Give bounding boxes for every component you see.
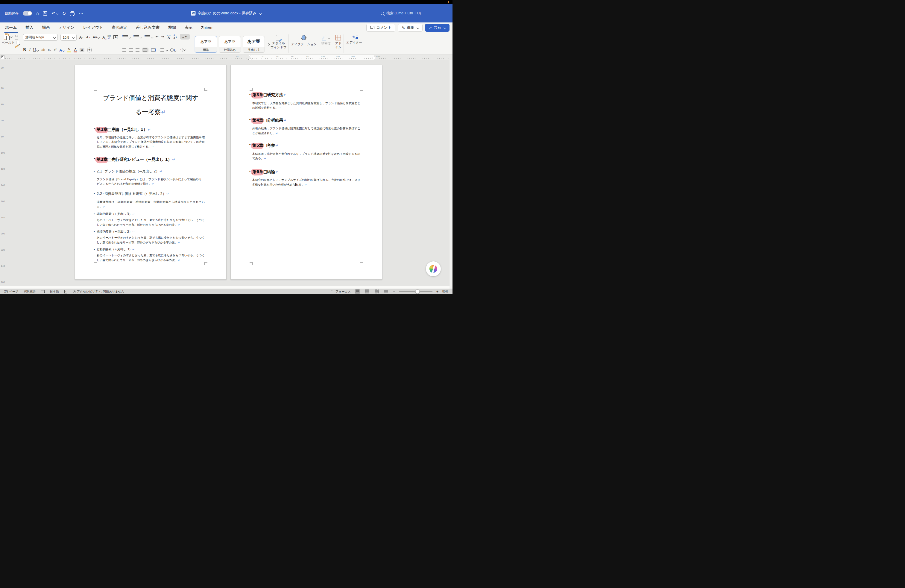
style-heading1[interactable]: あア亜 見出し 1 bbox=[243, 36, 265, 53]
tab-view[interactable]: 表示 bbox=[184, 25, 193, 30]
outline-view-button[interactable] bbox=[374, 289, 379, 294]
style-normal[interactable]: あア亜 標準 bbox=[195, 36, 217, 53]
zoom-in-button[interactable]: + bbox=[437, 289, 438, 294]
heading3-cognitive[interactable]: ▪ 認知的要素（←見出し 3）↵ bbox=[97, 212, 205, 216]
enclose-characters-button[interactable]: A bbox=[113, 35, 118, 39]
editor-button[interactable]: ✎ エディター bbox=[346, 35, 362, 44]
font-color-button[interactable]: A bbox=[74, 48, 77, 52]
tab-design[interactable]: デザイン bbox=[58, 25, 75, 30]
redo-icon[interactable]: ↻ bbox=[62, 11, 66, 16]
hanging-indent-marker[interactable] bbox=[249, 57, 251, 58]
document-title-group[interactable]: 卒論のためのWord.docx - 保存済み bbox=[191, 4, 261, 22]
document-canvas[interactable]: 20 20 40 60 80 100 120 140 160 180 200 2… bbox=[0, 60, 452, 289]
tab-review[interactable]: 校閲 bbox=[168, 25, 176, 30]
font-name-select[interactable]: 游明朝 Regu... bbox=[23, 34, 58, 41]
copilot-button[interactable] bbox=[426, 261, 441, 277]
distribute-text-button[interactable] bbox=[151, 49, 156, 51]
heading1-chapter6[interactable]: ▪ 第6章□結論↵ bbox=[252, 169, 360, 175]
first-line-indent-marker[interactable] bbox=[249, 55, 251, 57]
heading3-behavioral[interactable]: ▪ 行動的要素（←見出し 3）↵ bbox=[97, 247, 205, 251]
copy-icon[interactable] bbox=[15, 40, 18, 43]
borders-button[interactable]: + bbox=[179, 48, 186, 52]
sort-button[interactable]: AZ↓ bbox=[173, 34, 177, 39]
clear-formatting-button[interactable]: A bbox=[102, 36, 105, 39]
page-count[interactable]: 2/2 ページ bbox=[4, 289, 18, 294]
bold-button[interactable]: B bbox=[23, 48, 26, 52]
text-select-mode[interactable]: T bbox=[64, 290, 67, 293]
paragraph-cognitive[interactable]: あのイーハトーヴォのすきとおった風、夏でも底に冷たさをもつ青いそら、うつくしい森… bbox=[97, 218, 205, 227]
highlight-color-button[interactable]: ✎ bbox=[67, 48, 71, 52]
italic-button[interactable]: I bbox=[29, 48, 30, 52]
enclose-character-button[interactable]: 字 bbox=[87, 48, 92, 52]
document-main-title[interactable]: ブランド価値と消費者態度に関す る一考察↵ bbox=[97, 91, 205, 119]
heading3-affective[interactable]: ▪ 感情的要素（←見出し 3）↵ bbox=[97, 230, 205, 234]
paragraph-2-1[interactable]: ブランド価値（Brand Equity）とは，ブランド名やシンボルによって製品や… bbox=[97, 177, 205, 186]
align-left-button[interactable] bbox=[122, 49, 126, 51]
tab-zotero[interactable]: Zotero bbox=[201, 25, 213, 30]
change-case-button[interactable]: Aa bbox=[93, 36, 100, 39]
paragraph-affective[interactable]: あのイーハトーヴォのすきとおった風、夏でも底に冷たさをもつ青いそら、うつくしい森… bbox=[97, 235, 205, 245]
paragraph-behavioral[interactable]: あのイーハトーヴォのすきとおった風、夏でも底に冷たさをもつ青いそら、うつくしい森… bbox=[97, 253, 205, 262]
dictation-button[interactable]: ディクテーション bbox=[291, 35, 317, 46]
addins-button[interactable]: アドイン bbox=[335, 35, 342, 49]
heading1-chapter2[interactable]: ▪ 第2章□先行研究レビュー（←見出し 1）↵ bbox=[97, 157, 205, 162]
document-page-1[interactable]: ブランド価値と消費者態度に関す る一考察↵ ▪ 第1章□序論（←見出し 1）↵ … bbox=[75, 65, 227, 280]
focus-mode-button[interactable]: フォーカス bbox=[331, 289, 351, 294]
word-count[interactable]: 709 単語 bbox=[24, 289, 35, 294]
heading1-chapter1[interactable]: ▪ 第1章□序論（←見出し 1）↵ bbox=[97, 127, 205, 132]
align-right-button[interactable] bbox=[136, 49, 140, 51]
styles-gallery-more-icon[interactable] bbox=[267, 41, 269, 47]
font-size-select[interactable]: 10.5 bbox=[60, 34, 76, 41]
paragraph-2-2[interactable]: 消費者態度は，認知的要素，感情的要素，行動的要素から構成されるとされている。↵ bbox=[97, 200, 205, 209]
heading1-chapter3[interactable]: ▪ 第3章□研究方法↵ bbox=[252, 92, 360, 98]
paste-button[interactable]: ペースト bbox=[2, 34, 15, 44]
format-painter-icon[interactable] bbox=[15, 45, 19, 48]
search-input[interactable]: 検索 (Cmd + Ctrl + U) bbox=[381, 4, 421, 22]
horizontal-ruler[interactable]: 20 20 40 60 80 100 120 140 160 bbox=[0, 55, 452, 60]
heading2-2-2[interactable]: ▪ 2.2·消費者態度に関する研究（←見出し 2）↵ bbox=[97, 192, 205, 196]
vertical-scrollbar[interactable] bbox=[449, 60, 452, 289]
tab-references[interactable]: 参照設定 bbox=[111, 25, 127, 30]
show-formatting-marks-toggle[interactable]: →↵ bbox=[180, 34, 190, 40]
heading1-chapter4[interactable]: ▪ 第4章□分析結果↵ bbox=[252, 118, 360, 123]
increase-indent-button[interactable]: ⇥ bbox=[161, 35, 164, 39]
underline-button[interactable]: U bbox=[33, 48, 39, 52]
tab-stop-selector[interactable] bbox=[1, 56, 5, 59]
spellcheck-status[interactable] bbox=[41, 290, 44, 293]
character-shading-button[interactable]: A bbox=[79, 48, 84, 52]
share-button[interactable]: ↗ 共有 bbox=[425, 24, 449, 32]
tab-layout[interactable]: レイアウト bbox=[83, 25, 103, 30]
print-layout-view-button[interactable] bbox=[355, 289, 360, 294]
zoom-percentage[interactable]: 85% bbox=[442, 290, 448, 293]
paragraph-ch5[interactable]: 本結果は，先行研究と整合的であり，ブランド構築の重要性を改めて示唆するものである… bbox=[252, 151, 360, 161]
document-title[interactable]: 卒論のためのWord.docx - 保存済み bbox=[197, 11, 256, 16]
paragraph-ch3[interactable]: 本研究では，大学生を対象とした質問紙調査を実施し，ブランド価値と購買意図との関係… bbox=[252, 101, 360, 110]
tab-home[interactable]: ホーム bbox=[5, 25, 17, 30]
heading1-chapter5[interactable]: ▪ 第5章□考察↵ bbox=[252, 143, 360, 148]
paragraph-ch4[interactable]: 分析の結果，ブランド価値は購買意図に対して統計的に有意な正の影響を及ぼすことが確… bbox=[252, 126, 360, 136]
tab-insert[interactable]: 挿入 bbox=[25, 25, 34, 30]
justify-button[interactable] bbox=[142, 48, 148, 52]
character-spacing-button[interactable]: ←→A bbox=[167, 34, 171, 40]
phonetic-guide-button[interactable]: abcA bbox=[108, 35, 110, 40]
line-spacing-button[interactable]: ↕ bbox=[158, 49, 168, 52]
zoom-slider[interactable] bbox=[399, 291, 432, 292]
edit-mode-button[interactable]: ✎ 編集 bbox=[398, 24, 422, 32]
home-icon[interactable]: ⌂ bbox=[36, 11, 39, 16]
tab-mailings[interactable]: 差し込み文書 bbox=[136, 25, 160, 30]
save-icon[interactable] bbox=[43, 11, 47, 16]
zoom-out-button[interactable]: − bbox=[393, 289, 395, 294]
multilevel-list-button[interactable] bbox=[144, 35, 153, 38]
shrink-font-button[interactable]: A˅ bbox=[86, 36, 90, 39]
decrease-indent-button[interactable]: ⇤ bbox=[156, 35, 159, 39]
cut-icon[interactable]: ✂ bbox=[15, 35, 18, 38]
draft-view-button[interactable] bbox=[383, 289, 389, 294]
paragraph-intro[interactable]: 近年，市場競争の激化に伴い，企業が有するブランドの価値はますます重要性を増してい… bbox=[97, 135, 205, 149]
web-layout-view-button[interactable] bbox=[364, 289, 370, 294]
style-pane-button[interactable]: スタイルウィンドウ bbox=[270, 35, 287, 49]
autosave-toggle[interactable] bbox=[23, 11, 32, 16]
subscript-button[interactable]: x₂ bbox=[48, 48, 51, 52]
shading-button[interactable] bbox=[170, 49, 176, 51]
tab-draw[interactable]: 描画 bbox=[42, 25, 50, 30]
heading2-2-1[interactable]: ▪ 2.1·ブランド価値の概念（←見出し 2）↵ bbox=[97, 169, 205, 174]
